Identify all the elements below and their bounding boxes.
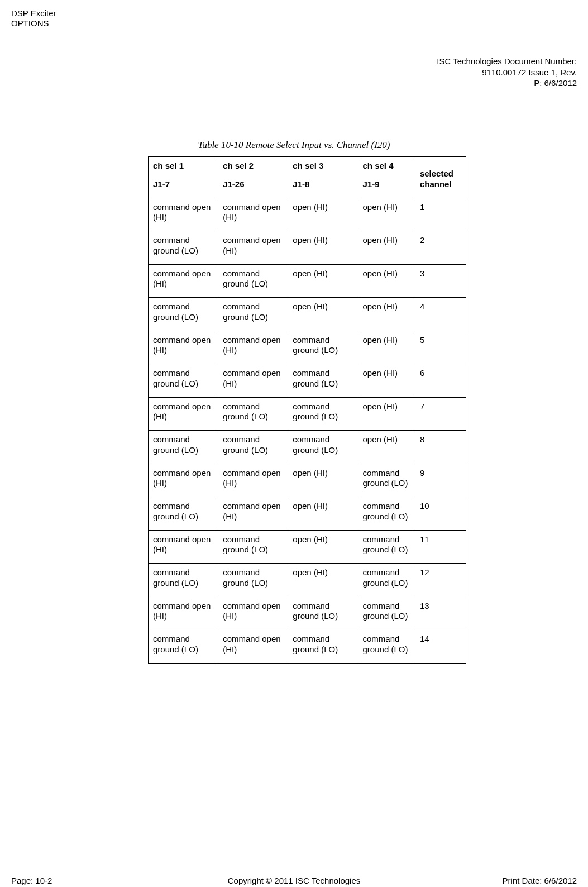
table-row: command open (HI)command open (HI)comman… <box>149 331 466 364</box>
table-cell: command ground (LO) <box>288 431 358 464</box>
table-cell: 5 <box>415 331 466 364</box>
col-header-ch3-top: ch sel 3 <box>293 161 353 171</box>
table-cell: command ground (LO) <box>149 630 218 664</box>
table-cell: command ground (LO) <box>288 397 358 431</box>
col-header-ch3: ch sel 3 J1-8 <box>288 157 358 198</box>
col-header-ch1-top: ch sel 1 <box>153 161 213 171</box>
table-cell: command ground (LO) <box>288 364 358 398</box>
header-left: DSP Exciter OPTIONS <box>11 8 56 28</box>
table-cell: open (HI) <box>288 497 358 531</box>
table-cell: command ground (LO) <box>218 397 288 431</box>
table-cell: command ground (LO) <box>218 564 288 597</box>
table-cell: command open (HI) <box>149 597 218 630</box>
table-cell: command ground (LO) <box>149 298 218 331</box>
header-right: ISC Technologies Document Number: 9110.0… <box>437 56 577 89</box>
table-cell: command open (HI) <box>218 231 288 265</box>
footer-copyright: Copyright © 2011 ISC Technologies <box>11 876 577 885</box>
table-cell: 9 <box>415 464 466 497</box>
table-cell: command ground (LO) <box>358 630 415 664</box>
col-header-ch4-bottom: J1-9 <box>363 179 380 189</box>
table-cell: open (HI) <box>288 298 358 331</box>
table-cell: command ground (LO) <box>218 431 288 464</box>
table-row: command ground (LO)command open (HI)open… <box>149 231 466 265</box>
table-row: command open (HI)command open (HI)open (… <box>149 198 466 231</box>
table-body: command open (HI)command open (HI)open (… <box>149 198 466 663</box>
table-cell: command open (HI) <box>218 497 288 531</box>
table-row: command ground (LO)command ground (LO)co… <box>149 431 466 464</box>
table-cell: command ground (LO) <box>288 597 358 630</box>
table-row: command ground (LO)command open (HI)open… <box>149 497 466 531</box>
table-cell: 12 <box>415 564 466 597</box>
table-cell: command open (HI) <box>149 331 218 364</box>
table-cell: open (HI) <box>288 198 358 231</box>
table-cell: open (HI) <box>358 231 415 265</box>
table-cell: open (HI) <box>288 564 358 597</box>
col-header-ch2-bottom: J1-26 <box>223 179 244 189</box>
col-header-ch2-top: ch sel 2 <box>223 161 283 171</box>
table-cell: command ground (LO) <box>218 298 288 331</box>
table-cell: command open (HI) <box>218 331 288 364</box>
table-cell: open (HI) <box>358 331 415 364</box>
table-cell: open (HI) <box>358 264 415 298</box>
col-header-selected: selected channel <box>415 157 466 198</box>
table-cell: 8 <box>415 431 466 464</box>
table-cell: command ground (LO) <box>218 530 288 564</box>
table-container: ch sel 1 J1-7 ch sel 2 J1-26 ch sel 3 J1… <box>148 156 466 664</box>
table-row: command open (HI)command ground (LO)comm… <box>149 397 466 431</box>
col-header-ch2: ch sel 2 J1-26 <box>218 157 288 198</box>
header-title: DSP Exciter <box>11 8 56 18</box>
table-row: command open (HI)command open (HI)open (… <box>149 464 466 497</box>
table-row: command ground (LO)command ground (LO)op… <box>149 564 466 597</box>
table-row: command ground (LO)command open (HI)comm… <box>149 364 466 398</box>
table-cell: open (HI) <box>288 231 358 265</box>
table-cell: open (HI) <box>288 264 358 298</box>
table-cell: command ground (LO) <box>149 431 218 464</box>
table-row: command ground (LO)command ground (LO)op… <box>149 298 466 331</box>
channel-table: ch sel 1 J1-7 ch sel 2 J1-26 ch sel 3 J1… <box>148 156 466 664</box>
table-cell: command ground (LO) <box>358 464 415 497</box>
table-cell: command open (HI) <box>149 530 218 564</box>
table-cell: 13 <box>415 597 466 630</box>
table-cell: 10 <box>415 497 466 531</box>
table-cell: open (HI) <box>358 298 415 331</box>
table-cell: command open (HI) <box>149 397 218 431</box>
table-cell: command ground (LO) <box>358 497 415 531</box>
table-row: command open (HI)command ground (LO)open… <box>149 530 466 564</box>
table-cell: command open (HI) <box>218 464 288 497</box>
table-cell: open (HI) <box>358 397 415 431</box>
doc-number-label: ISC Technologies Document Number: <box>437 56 577 67</box>
table-cell: command ground (LO) <box>358 597 415 630</box>
table-cell: command open (HI) <box>218 630 288 664</box>
table-row: command open (HI)command ground (LO)open… <box>149 264 466 298</box>
table-cell: command ground (LO) <box>149 564 218 597</box>
table-cell: open (HI) <box>288 464 358 497</box>
table-cell: 11 <box>415 530 466 564</box>
col-header-ch4: ch sel 4 J1-9 <box>358 157 415 198</box>
table-cell: command open (HI) <box>149 464 218 497</box>
col-header-ch3-bottom: J1-8 <box>293 179 309 189</box>
col-header-ch4-top: ch sel 4 <box>363 161 410 171</box>
table-cell: open (HI) <box>358 431 415 464</box>
col-header-ch1: ch sel 1 J1-7 <box>149 157 218 198</box>
table-cell: open (HI) <box>358 198 415 231</box>
doc-date: P: 6/6/2012 <box>437 78 577 89</box>
doc-number-value: 9110.00172 Issue 1, Rev. <box>437 67 577 78</box>
table-cell: open (HI) <box>358 364 415 398</box>
table-cell: command open (HI) <box>218 597 288 630</box>
footer-print-date: Print Date: 6/6/2012 <box>503 876 577 885</box>
table-cell: 3 <box>415 264 466 298</box>
table-cell: 7 <box>415 397 466 431</box>
table-header-row: ch sel 1 J1-7 ch sel 2 J1-26 ch sel 3 J1… <box>149 157 466 198</box>
table-cell: command open (HI) <box>218 364 288 398</box>
table-cell: command ground (LO) <box>288 331 358 364</box>
table-cell: 4 <box>415 298 466 331</box>
table-row: command open (HI)command open (HI)comman… <box>149 597 466 630</box>
table-cell: 14 <box>415 630 466 664</box>
col-header-ch1-bottom: J1-7 <box>153 179 170 189</box>
table-cell: command ground (LO) <box>149 231 218 265</box>
table-caption: Table 10-10 Remote Select Input vs. Chan… <box>0 140 588 151</box>
header-subtitle: OPTIONS <box>11 18 56 28</box>
table-cell: 1 <box>415 198 466 231</box>
table-cell: command open (HI) <box>218 198 288 231</box>
table-cell: command open (HI) <box>149 198 218 231</box>
